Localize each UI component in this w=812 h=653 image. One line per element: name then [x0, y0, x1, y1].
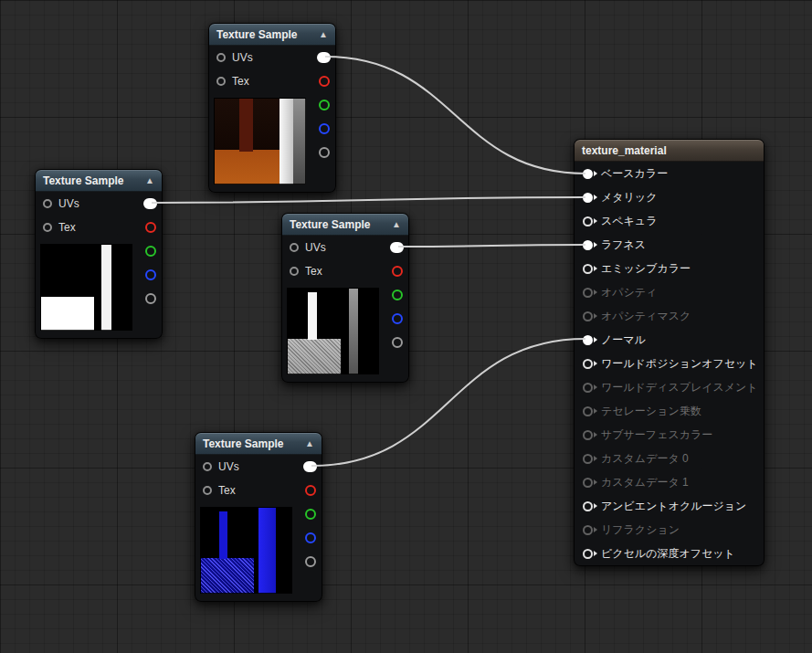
b-output-pin[interactable]: [145, 269, 156, 280]
material-pin-row-custom-data-1: カスタムデータ 1: [575, 470, 764, 494]
specular-input-pin[interactable]: [583, 216, 593, 226]
material-pin-row-normal: ノーマル: [575, 328, 764, 352]
node-header[interactable]: Texture Sample ▲: [282, 214, 408, 236]
pin-row-tex: Tex: [195, 479, 322, 502]
uvs-input-pin[interactable]: [203, 462, 212, 471]
node-header[interactable]: Texture Sample ▲: [195, 433, 322, 455]
node-texture-sample-middle[interactable]: Texture Sample ▲ UVs Tex: [281, 213, 409, 383]
wire-left-rgb-to-metallic[interactable]: [152, 197, 585, 203]
r-output-pin[interactable]: [145, 222, 156, 233]
collapse-arrow-icon[interactable]: ▲: [392, 220, 401, 229]
uvs-input-pin[interactable]: [216, 53, 226, 62]
g-output-pin[interactable]: [305, 509, 316, 520]
pin-label: ノーマル: [601, 332, 646, 348]
node-header[interactable]: texture_material: [575, 140, 764, 162]
uvs-input-pin[interactable]: [43, 199, 52, 208]
material-pin-row-world-displacement: ワールドディスプレイスメント: [575, 375, 764, 399]
ambient-occlusion-input-pin[interactable]: [583, 501, 593, 511]
tex-input-pin[interactable]: [203, 486, 212, 495]
pin-label: オパシティ: [601, 285, 657, 300]
texture-preview: [287, 288, 379, 374]
material-pin-row-opacity: オパシティ: [575, 280, 764, 304]
r-output-pin[interactable]: [319, 76, 330, 87]
custom-data-0-input-pin: [583, 454, 593, 464]
tex-label: Tex: [58, 221, 76, 234]
a-output-pin[interactable]: [145, 293, 156, 304]
roughness-input-pin[interactable]: [583, 240, 593, 250]
node-header[interactable]: Texture Sample ▲: [209, 24, 335, 46]
normal-input-pin[interactable]: [583, 335, 593, 345]
rgb-output-pin[interactable]: [303, 461, 317, 472]
b-output-pin[interactable]: [319, 123, 330, 134]
pin-label: スペキュラ: [601, 214, 657, 229]
g-output-pin[interactable]: [319, 100, 330, 111]
node-texture-material[interactable]: texture_material ベースカラー メタリック スペキュラ ラフネス…: [574, 139, 765, 566]
a-output-pin[interactable]: [319, 147, 330, 158]
r-output-pin[interactable]: [305, 485, 316, 496]
rgb-output-pin[interactable]: [390, 242, 404, 253]
material-pin-row-custom-data-0: カスタムデータ 0: [575, 447, 764, 470]
pin-label: カスタムデータ 1: [601, 475, 689, 490]
emissive-input-pin[interactable]: [583, 264, 593, 274]
custom-data-1-input-pin: [583, 478, 593, 488]
a-output-pin[interactable]: [392, 337, 403, 348]
pixel-depth-offset-input-pin[interactable]: [583, 549, 593, 559]
rgb-output-pin[interactable]: [317, 52, 331, 63]
material-pin-row-roughness: ラフネス: [575, 233, 764, 257]
opacity-mask-input-pin: [583, 311, 593, 321]
material-pin-row-subsurface-color: サブサーフェスカラー: [575, 423, 764, 447]
g-output-pin[interactable]: [145, 246, 156, 257]
pin-label: ベースカラー: [601, 166, 668, 182]
node-title: Texture Sample: [43, 174, 123, 187]
node-title: Texture Sample: [203, 437, 283, 450]
tex-input-pin[interactable]: [290, 267, 299, 276]
metallic-input-pin[interactable]: [583, 193, 593, 203]
wire-top-rgb-to-basecolor[interactable]: [325, 57, 585, 174]
pin-label: リフラクション: [601, 522, 680, 538]
node-header[interactable]: Texture Sample ▲: [36, 170, 162, 192]
tex-label: Tex: [305, 265, 322, 278]
b-output-pin[interactable]: [305, 532, 316, 543]
pin-label: ワールドディスプレイスメント: [601, 380, 758, 395]
node-title: texture_material: [582, 144, 667, 157]
r-output-pin[interactable]: [392, 266, 403, 277]
collapse-arrow-icon[interactable]: ▲: [145, 176, 154, 185]
basecolor-input-pin[interactable]: [583, 169, 593, 179]
node-texture-sample-left[interactable]: Texture Sample ▲ UVs Tex: [35, 169, 163, 339]
uvs-label: UVs: [305, 241, 326, 254]
uvs-label: UVs: [232, 51, 253, 64]
collapse-arrow-icon[interactable]: ▲: [305, 439, 314, 448]
pin-label: エミッシブカラー: [601, 261, 691, 277]
tex-input-pin[interactable]: [43, 223, 52, 232]
rgb-output-pin[interactable]: [143, 198, 157, 209]
tex-label: Tex: [232, 75, 249, 88]
world-position-offset-input-pin[interactable]: [583, 359, 593, 369]
node-texture-sample-top[interactable]: Texture Sample ▲ UVs Tex: [208, 23, 336, 193]
texture-preview: [200, 507, 292, 594]
opacity-input-pin: [583, 288, 593, 298]
texture-preview: [214, 98, 306, 184]
material-pin-row-emissive: エミッシブカラー: [575, 257, 764, 280]
g-output-pin[interactable]: [392, 290, 403, 300]
uvs-input-pin[interactable]: [290, 243, 299, 252]
pin-label: カスタムデータ 0: [601, 451, 689, 467]
material-pin-row-opacity-mask: オパシティマスク: [575, 304, 764, 328]
node-texture-sample-bottom[interactable]: Texture Sample ▲ UVs Tex: [195, 432, 322, 602]
pin-label: ピクセルの深度オフセット: [601, 546, 735, 562]
pin-row-tex: Tex: [209, 69, 335, 93]
b-output-pin[interactable]: [392, 313, 403, 324]
material-pin-row-tessellation-multiplier: テセレーション乗数: [575, 399, 764, 423]
material-pin-row-specular: スペキュラ: [575, 209, 764, 233]
tex-input-pin[interactable]: [216, 77, 226, 86]
material-pin-row-basecolor: ベースカラー: [575, 162, 764, 185]
graph-canvas[interactable]: Texture Sample ▲ UVs Tex Texture Sample …: [0, 0, 812, 653]
pin-label: ワールドポジションオフセット: [601, 356, 758, 372]
refraction-input-pin: [583, 525, 593, 535]
pin-label: メタリック: [601, 190, 657, 205]
collapse-arrow-icon[interactable]: ▲: [319, 30, 328, 39]
node-title: Texture Sample: [290, 218, 370, 231]
a-output-pin[interactable]: [305, 556, 316, 567]
material-pin-row-metallic: メタリック: [575, 185, 764, 209]
wire-middle-rgb-to-roughness[interactable]: [398, 245, 585, 247]
pin-row-tex: Tex: [282, 259, 408, 283]
